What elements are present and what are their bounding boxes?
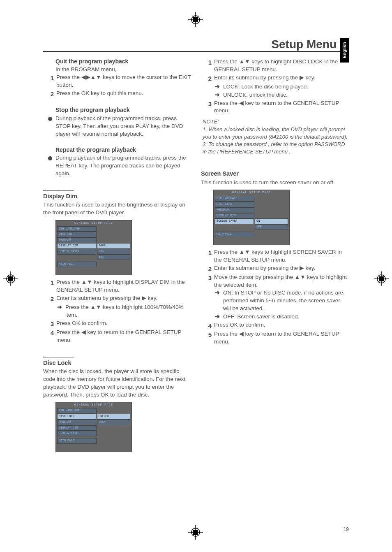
quit-step-1: Press the ◀▶▲▼ keys to move the cursor t…: [56, 74, 191, 89]
display-dim-step-4: Press the ◀ key to return to the GENERAL…: [56, 329, 191, 344]
note-line-2: 2. To change the password , refer to the…: [203, 141, 349, 155]
ss-item: PROGRAM: [57, 237, 97, 243]
arrow-icon: ➜: [57, 304, 63, 311]
disc-lock-step-3: Press the ◀ key to return to the GENERAL…: [214, 100, 349, 115]
ss-item-selected: DISPLAY DIM: [57, 243, 96, 249]
ss-item: OSD LANGUAGE: [215, 196, 254, 202]
disc-lock-desc: When the disc is locked, the player will…: [43, 368, 191, 399]
language-tab: English: [340, 38, 349, 63]
svg-rect-3: [193, 17, 198, 22]
step-number: 4: [43, 329, 54, 337]
ss-item: DISPLAY DIM: [57, 425, 97, 431]
screen-saver-step-3: Move the cursor by pressing the ▲▼ keys …: [214, 274, 349, 289]
columns: Quit the program playback In the PROGRAM…: [43, 58, 349, 455]
quit-intro: In the PROGRAM menu,: [55, 66, 191, 74]
svg-rect-7: [193, 530, 198, 535]
screen-saver-desc: This function is used to turn the screen…: [201, 179, 349, 187]
ss-option-selected: 100%: [97, 243, 130, 249]
column-right: 1Press the ▲▼ keys to highlight DISC LOC…: [201, 58, 349, 455]
step-number: 3: [201, 100, 212, 108]
ss-item: PROGRAM: [57, 420, 96, 425]
disc-lock-step-1: Press the ▲▼ keys to highlight DISC LOCK…: [214, 58, 349, 74]
repeat-bullet-1: During playback of the programmed tracks…: [55, 154, 191, 178]
ss-option: OFF: [255, 224, 288, 230]
disc-lock-title: Disc Lock: [43, 359, 191, 367]
section-divider: [201, 168, 231, 168]
display-dim-step-1: Press the ▲▼ keys to highlight DISPLAY D…: [56, 278, 191, 294]
screen-saver-arrow-a: ON: In STOP or No DISC mode, if no actio…: [223, 289, 349, 313]
ss-option: 40%: [97, 255, 130, 260]
language-tab-label: English: [342, 42, 347, 58]
ss-item: SCREEN SAVER: [57, 249, 96, 255]
ss-main-page: MAIN PAGE: [215, 232, 254, 237]
svg-rect-11: [8, 276, 13, 281]
page-title: Setup Menu: [271, 38, 337, 51]
quit-title: Quit the program playback: [55, 58, 191, 66]
ss-item-selected: SCREEN SAVER: [215, 218, 254, 224]
page-number: 19: [344, 526, 349, 532]
screen-saver-arrow-b: OFF: Screen saver is disabled.: [223, 313, 299, 321]
screen-saver-step-2: Enter its submenu by pressing the ▶ key.: [214, 264, 315, 272]
screen-saver-screenshot: GENERAL SETUP PAGE OSD LANGUAGE DISC LOC…: [213, 190, 290, 245]
section-divider: [43, 357, 74, 357]
ss-item: DISC LOCK: [57, 232, 97, 237]
arrow-icon: ➜: [215, 83, 221, 91]
display-dim-title: Display Dim: [43, 192, 191, 200]
step-number: 2: [201, 74, 212, 83]
ss-main-page: MAIN PAGE: [57, 438, 97, 444]
screen-saver-title: Screen Saver: [201, 169, 349, 178]
registration-mark-left: [3, 271, 18, 286]
ss-title: GENERAL SETUP PAGE: [56, 220, 131, 226]
ss-option-selected: ON: [255, 218, 288, 224]
screen-saver-step-1: Press the ▲▼ keys to highlight SCREEN SA…: [214, 248, 349, 264]
ss-option: 70%: [97, 249, 130, 255]
step-number: 2: [43, 295, 54, 303]
section-divider: [43, 190, 74, 191]
step-number: 1: [201, 58, 212, 67]
ss-item: OSD LANGUAGE: [57, 408, 97, 414]
screen-saver-step-4: Press OK to confirm.: [214, 321, 265, 329]
display-dim-step-2: Enter its submenu by pressing the ▶ key.: [56, 295, 157, 302]
page-header: Setup Menu English: [43, 37, 349, 52]
display-dim-screenshot: GENERAL SETUP PAGE OSD LANGUAGE DISC LOC…: [55, 220, 132, 275]
ss-item: SCREEN SAVER: [57, 431, 97, 436]
ss-title: GENERAL SETUP PAGE: [56, 402, 131, 408]
display-dim-arrow-2: Press the ▲▼ keys to highlight 100%/70%/…: [65, 304, 191, 319]
ss-item-selected: DISC LOCK: [57, 414, 96, 420]
stop-bullet-1: During playback of the programmed tracks…: [55, 115, 191, 138]
stop-title: Stop the program playback: [55, 106, 191, 114]
ss-title: GENERAL SETUP PAGE: [214, 190, 289, 196]
disc-lock-arrow-b: UNLOCK: unlock the disc.: [223, 91, 288, 99]
svg-rect-15: [379, 276, 384, 281]
arrow-icon: ➜: [215, 289, 221, 297]
note-line-1: 1. When a locked disc is loading, the DV…: [203, 126, 349, 141]
display-dim-step-3: Press OK to confirm.: [56, 320, 108, 327]
step-number: 2: [201, 264, 212, 273]
quit-step-2: Press the OK key to quit this menu.: [56, 90, 143, 97]
disc-lock-arrow-a: LOCK: Lock the disc being played.: [223, 83, 308, 91]
step-number: 3: [43, 320, 54, 328]
display-dim-desc: This function is used to adjust the brig…: [43, 201, 191, 217]
step-number: 3: [201, 274, 212, 282]
step-number: 1: [43, 74, 54, 82]
step-number: 5: [201, 330, 212, 339]
bullet-icon: [48, 117, 52, 121]
page-content: Setup Menu English Quit the program play…: [43, 37, 349, 527]
arrow-icon: ➜: [215, 313, 221, 321]
step-number: 4: [201, 321, 212, 330]
note-label: NOTE:: [203, 118, 349, 125]
ss-main-page: MAIN PAGE: [57, 262, 97, 267]
ss-item: OSD LANGUAGE: [57, 226, 97, 232]
screen-saver-step-5: Press the ◀ key to return to the GENERAL…: [214, 330, 349, 346]
ss-option-selected: UNLOCK: [97, 414, 130, 420]
ss-item: DISPLAY DIM: [215, 213, 254, 219]
ss-item: DISC LOCK: [215, 202, 254, 207]
disc-lock-note: NOTE: 1. When a locked disc is loading, …: [203, 118, 349, 155]
disc-lock-screenshot: GENERAL SETUP PAGE OSD LANGUAGE DISC LOC…: [55, 402, 132, 452]
registration-mark-top: [188, 12, 203, 27]
disc-lock-step-2: Enter its submenu by pressing the ▶ key.: [214, 74, 315, 82]
step-number: 2: [43, 90, 54, 98]
repeat-title: Repeat the program playback: [55, 146, 191, 154]
ss-option: LOCK: [97, 420, 130, 425]
bullet-icon: [48, 156, 52, 160]
